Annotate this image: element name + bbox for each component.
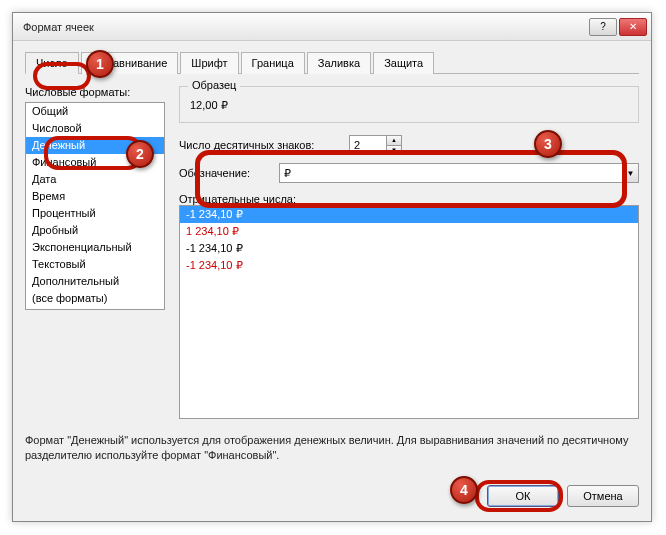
titlebar: Формат ячеек ? ✕ (13, 13, 651, 41)
tab-4[interactable]: Заливка (307, 52, 371, 74)
negative-label: Отрицательные числа: (179, 193, 639, 205)
format-item[interactable]: Экспоненциальный (26, 239, 164, 256)
close-icon: ✕ (629, 21, 637, 32)
negative-item[interactable]: 1 234,10 ₽ (180, 223, 638, 240)
spinner-up-icon[interactable]: ▲ (387, 136, 401, 146)
tab-0[interactable]: Число (25, 52, 79, 74)
annotation-callout-3: 3 (534, 130, 562, 158)
negative-list[interactable]: -1 234,10 ₽1 234,10 ₽-1 234,10 ₽-1 234,1… (179, 205, 639, 419)
symbol-combo[interactable]: ▼ (279, 163, 639, 183)
decimals-label: Число десятичных знаков: (179, 139, 349, 151)
format-cells-dialog: Формат ячеек ? ✕ ЧислоВыравниваниеШрифтГ… (12, 12, 652, 522)
decimals-spinner[interactable]: ▲ ▼ (349, 135, 402, 155)
sample-label: Образец (188, 79, 240, 91)
format-list[interactable]: ОбщийЧисловойДенежныйФинансовыйДатаВремя… (25, 102, 165, 310)
help-icon: ? (600, 21, 606, 32)
tab-2[interactable]: Шрифт (180, 52, 238, 74)
format-item[interactable]: Дробный (26, 222, 164, 239)
annotation-callout-2: 2 (126, 140, 154, 168)
negative-item[interactable]: -1 234,10 ₽ (180, 240, 638, 257)
format-item[interactable]: Числовой (26, 120, 164, 137)
window-title: Формат ячеек (23, 21, 587, 33)
symbol-label: Обозначение: (179, 167, 279, 179)
cancel-button[interactable]: Отмена (567, 485, 639, 507)
symbol-input[interactable] (280, 164, 622, 182)
tab-5[interactable]: Защита (373, 52, 434, 74)
negative-item[interactable]: -1 234,10 ₽ (180, 257, 638, 274)
close-button[interactable]: ✕ (619, 18, 647, 36)
annotation-callout-1: 1 (86, 50, 114, 78)
ok-button[interactable]: ОК (487, 485, 559, 507)
format-list-label: Числовые форматы: (25, 86, 165, 98)
format-item[interactable]: (все форматы) (26, 290, 164, 307)
format-description: Формат "Денежный" используется для отобр… (25, 433, 639, 463)
negative-item[interactable]: -1 234,10 ₽ (180, 206, 638, 223)
format-item[interactable]: Общий (26, 103, 164, 120)
format-item[interactable]: Время (26, 188, 164, 205)
chevron-down-icon[interactable]: ▼ (622, 164, 638, 182)
format-item[interactable]: Дата (26, 171, 164, 188)
format-item[interactable]: Процентный (26, 205, 164, 222)
format-item[interactable]: Текстовый (26, 256, 164, 273)
decimals-input[interactable] (350, 136, 386, 154)
sample-value: 12,00 ₽ (190, 99, 628, 112)
annotation-callout-4: 4 (450, 476, 478, 504)
spinner-down-icon[interactable]: ▼ (387, 146, 401, 155)
help-button[interactable]: ? (589, 18, 617, 36)
tab-3[interactable]: Граница (241, 52, 305, 74)
format-item[interactable]: Дополнительный (26, 273, 164, 290)
sample-group: Образец 12,00 ₽ (179, 86, 639, 123)
tab-strip: ЧислоВыравниваниеШрифтГраницаЗаливкаЗащи… (25, 51, 639, 74)
